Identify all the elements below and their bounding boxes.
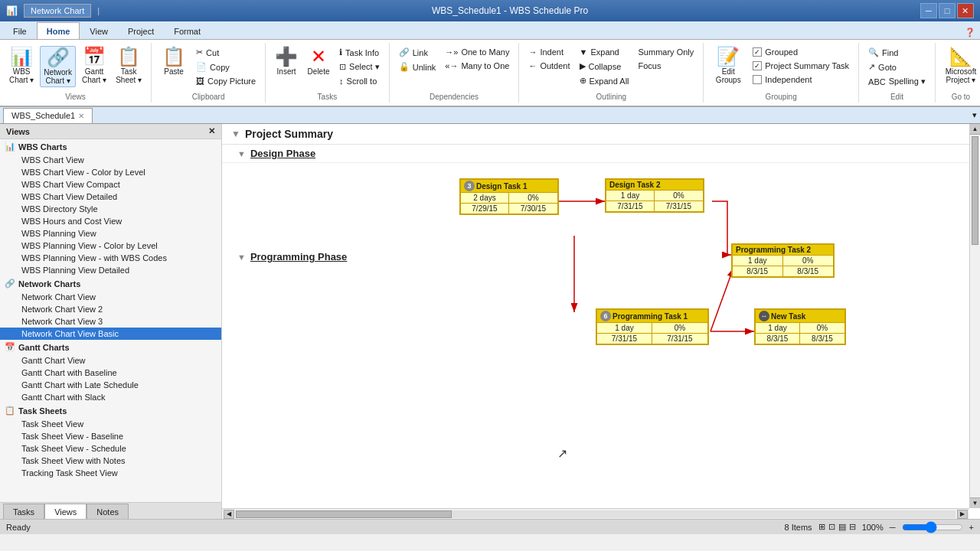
sidebar-item-wbs-planning-codes[interactable]: WBS Planning View - with WBS Codes	[0, 252, 221, 264]
sidebar-item-network-view2[interactable]: Network Chart View 2	[0, 303, 221, 315]
window-controls[interactable]: ─ □ ✕	[920, 3, 974, 18]
sidebar-item-gantt-late[interactable]: Gantt Chart with Late Schedule	[0, 379, 221, 391]
sidebar-item-wbs-hours-cost[interactable]: WBS Hours and Cost View	[0, 215, 221, 227]
sidebar-tab-tasks[interactable]: Tasks	[3, 504, 44, 519]
grouped-checkbox[interactable]: Grouped	[750, 46, 852, 58]
chart-scroll-area[interactable]: ▼ Project Summary ▼ Design Phase	[222, 124, 980, 519]
sidebar-item-task-sheet-notes[interactable]: Task Sheet View with Notes	[0, 455, 221, 467]
delete-button[interactable]: ✕ Delete	[304, 46, 333, 77]
find-button[interactable]: 🔍Find	[865, 46, 929, 59]
sidebar-section-gantt-charts[interactable]: 📅 Gantt Charts	[0, 340, 221, 354]
view-icon-2[interactable]: ⊡	[828, 522, 835, 532]
sidebar-item-gantt-slack[interactable]: Gantt Chart with Slack	[0, 391, 221, 403]
wbs-chart-button[interactable]: 📊 WBSChart ▾	[6, 46, 37, 86]
one-to-many-button[interactable]: →»One to Many	[442, 46, 512, 58]
project-collapse-button[interactable]: ▼	[231, 129, 240, 139]
expand-all-button[interactable]: ⊕Expand All	[577, 74, 632, 87]
goto-button[interactable]: ↗Goto	[865, 60, 929, 73]
view-icon-4[interactable]: ⊟	[849, 522, 856, 532]
collapse-button[interactable]: ▶Collapse	[577, 60, 632, 73]
document-tab[interactable]: WBS_Schedule1 ✕	[3, 108, 93, 123]
tab-dropdown[interactable]: ▾	[969, 110, 980, 120]
scroll-thumb[interactable]	[972, 136, 978, 245]
cut-button[interactable]: ✂Cut	[193, 46, 259, 59]
horizontal-scrollbar[interactable]: ◀ ▶	[222, 508, 969, 519]
programming-task-1-node[interactable]: 6 Programming Task 1 1 day 0% 7/31/15 7/…	[596, 308, 709, 345]
insert-button[interactable]: ➕ Insert	[272, 46, 301, 77]
tab-home[interactable]: Home	[37, 22, 80, 39]
design-task-2-node[interactable]: Design Task 2 1 day 0% 7/31/15 7/31/15	[605, 178, 704, 213]
scroll-thumb-h[interactable]	[236, 510, 452, 518]
maximize-button[interactable]: □	[939, 3, 956, 18]
sidebar-item-task-sheet-baseline[interactable]: Task Sheet View - Baseline	[0, 430, 221, 442]
many-to-one-button[interactable]: «→Many to One	[442, 60, 512, 72]
tab-project[interactable]: Project	[118, 22, 164, 39]
sidebar-item-wbs-compact[interactable]: WBS Chart View Compact	[0, 178, 221, 191]
sidebar-item-network-view3[interactable]: Network Chart View 3	[0, 315, 221, 328]
minimize-button[interactable]: ─	[920, 3, 937, 18]
zoom-decrease[interactable]: ─	[890, 523, 896, 532]
programming-task-2-node[interactable]: Programming Task 2 1 day 0% 8/3/15 8/3/1…	[731, 243, 835, 278]
sidebar-item-task-sheet-schedule[interactable]: Task Sheet View - Schedule	[0, 442, 221, 455]
view-icon-3[interactable]: ▤	[838, 522, 846, 532]
project-summary-task-checkbox[interactable]: Project Summary Task	[750, 60, 852, 72]
outdent-button[interactable]: ←Outdent	[525, 60, 573, 72]
sidebar-item-wbs-planning-color[interactable]: WBS Planning View - Color by Level	[0, 240, 221, 252]
gantt-chart-button[interactable]: 📅 GanttChart ▾	[79, 46, 109, 86]
sidebar-section-wbs-charts[interactable]: 📊 WBS Charts	[0, 139, 221, 154]
close-button[interactable]: ✕	[957, 3, 974, 18]
edit-groups-button[interactable]: 📝 EditGroups	[710, 46, 746, 86]
programming-phase-toggle[interactable]: ▼	[237, 253, 246, 262]
sidebar-item-network-view[interactable]: Network Chart View	[0, 291, 221, 303]
tab-view[interactable]: View	[80, 22, 118, 39]
sidebar-item-network-basic[interactable]: Network Chart View Basic	[0, 328, 221, 340]
task-sheet-button[interactable]: 📋 TaskSheet ▾	[113, 46, 145, 86]
network-chart-button[interactable]: 🔗 NetworkChart ▾	[40, 46, 76, 87]
summary-only-button[interactable]: Summary Only	[635, 46, 697, 58]
zoom-increase[interactable]: +	[969, 523, 974, 532]
sidebar-section-task-sheets[interactable]: 📋 Task Sheets	[0, 403, 221, 418]
scroll-down-button[interactable]: ▼	[970, 497, 980, 508]
sidebar-item-wbs-planning[interactable]: WBS Planning View	[0, 227, 221, 240]
tab-format[interactable]: Format	[164, 22, 211, 39]
view-icon-1[interactable]: ⊞	[818, 522, 825, 532]
sidebar-item-gantt-view[interactable]: Gantt Chart View	[0, 354, 221, 367]
sidebar-tab-notes[interactable]: Notes	[87, 504, 129, 519]
expand-button[interactable]: ▼Expand	[577, 46, 632, 58]
tab-file[interactable]: File	[3, 22, 37, 39]
indent-button[interactable]: →Indent	[525, 46, 573, 58]
sidebar-item-tracking-task[interactable]: Tracking Task Sheet View	[0, 467, 221, 479]
scroll-up-button[interactable]: ▲	[970, 124, 980, 135]
sidebar-collapse-button[interactable]: ✕	[208, 126, 215, 136]
sidebar-item-wbs-chart-view[interactable]: WBS Chart View	[0, 154, 221, 166]
sidebar-item-wbs-color-level[interactable]: WBS Chart View - Color by Level	[0, 166, 221, 178]
task-info-button[interactable]: ℹTask Info	[336, 46, 383, 59]
unlink-button[interactable]: 🔓Unlink	[396, 60, 439, 73]
design-task-1-node[interactable]: 3 Design Task 1 2 days 0% 7/29/15 7/30/1…	[459, 178, 559, 215]
view-icons[interactable]: ⊞ ⊡ ▤ ⊟	[818, 522, 856, 532]
help-button[interactable]: ❓	[960, 26, 980, 39]
scroll-right-button[interactable]: ▶	[957, 510, 968, 519]
scroll-left-button[interactable]: ◀	[224, 510, 234, 519]
copy-button[interactable]: 📄Copy	[193, 60, 259, 73]
new-task-node[interactable]: ↔ New Task 1 day 0% 8/3/15 8/3/15	[754, 308, 846, 345]
spelling-button[interactable]: ABCSpelling ▾	[865, 75, 929, 88]
scroll-to-button[interactable]: ↕Scroll to	[336, 75, 383, 87]
copy-picture-button[interactable]: 🖼Copy Picture	[193, 75, 259, 87]
independent-checkbox[interactable]: Independent	[750, 73, 852, 86]
select-button[interactable]: ⊡Select ▾	[336, 60, 383, 73]
focus-button[interactable]: Focus	[635, 60, 697, 72]
sidebar-tab-views[interactable]: Views	[44, 504, 87, 519]
sidebar-item-task-sheet-view[interactable]: Task Sheet View	[0, 418, 221, 430]
sidebar-section-network-charts[interactable]: 🔗 Network Charts	[0, 276, 221, 291]
sidebar-item-wbs-detailed[interactable]: WBS Chart View Detailed	[0, 191, 221, 203]
doc-tab-close[interactable]: ✕	[78, 112, 84, 120]
zoom-slider[interactable]	[902, 521, 963, 533]
paste-button[interactable]: 📋 Paste	[158, 46, 190, 77]
sidebar-item-wbs-planning-detailed[interactable]: WBS Planning View Detailed	[0, 264, 221, 276]
design-phase-toggle[interactable]: ▼	[237, 149, 246, 158]
link-button[interactable]: 🔗Link	[396, 46, 439, 59]
vertical-scrollbar[interactable]: ▲ ▼	[969, 124, 980, 508]
sidebar-item-wbs-directory[interactable]: WBS Directory Style	[0, 203, 221, 215]
ms-project-button[interactable]: 📐 MicrosoftProject ▾	[942, 46, 980, 86]
